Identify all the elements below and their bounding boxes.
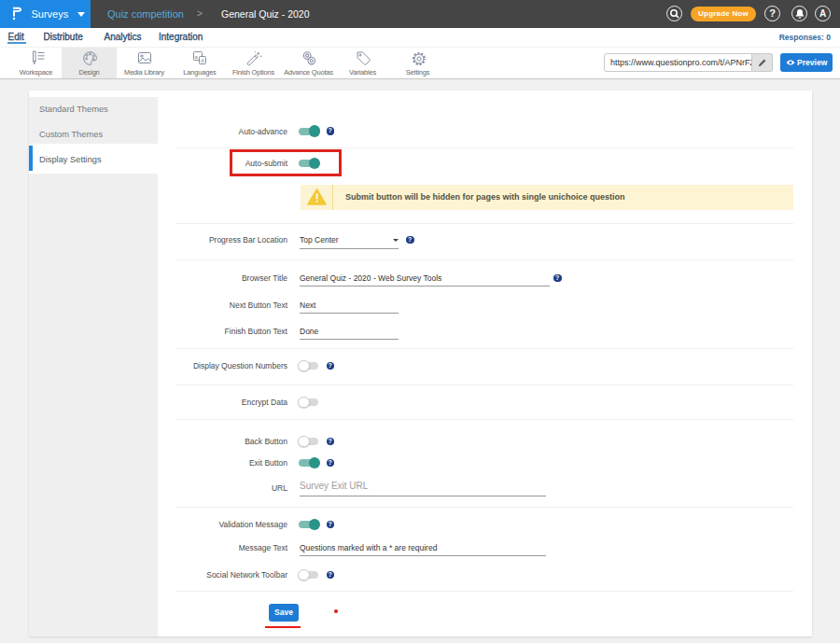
svg-text:A: A [201, 58, 204, 63]
svg-text:a: a [195, 54, 199, 60]
